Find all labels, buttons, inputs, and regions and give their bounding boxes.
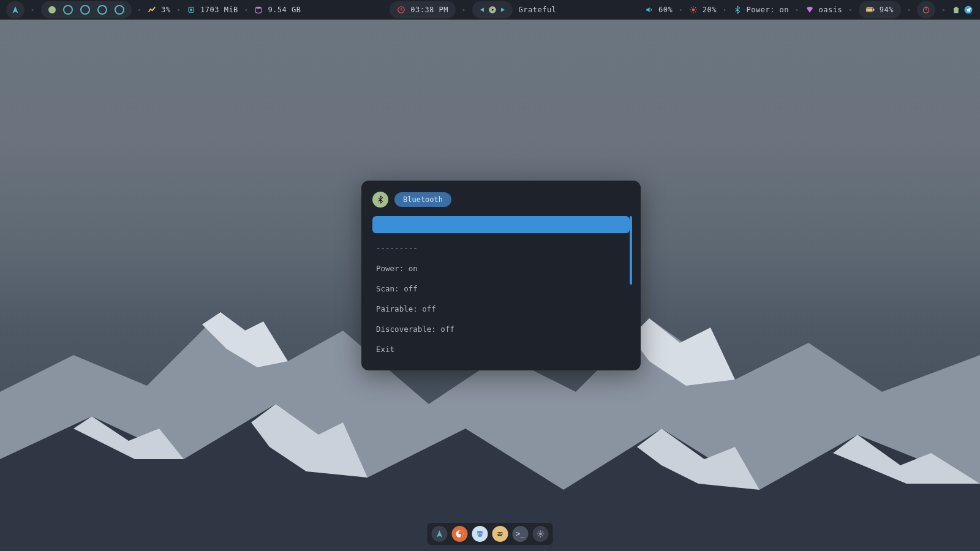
svg-line-13 xyxy=(695,7,696,8)
separator: • xyxy=(907,7,911,13)
svg-line-10 xyxy=(691,7,692,8)
status-bar: • • 3% • 1703 MiB • 9.54 GB 03:38 PM xyxy=(0,0,980,20)
bluetooth-entries: --------- Power: on Scan: off Pairable: … xyxy=(372,238,630,359)
volume-icon xyxy=(645,6,654,14)
svg-line-12 xyxy=(691,12,692,12)
list-item[interactable]: Pairable: off xyxy=(372,299,630,319)
workspace-switcher[interactable] xyxy=(41,1,132,18)
bluetooth-value: Power: on xyxy=(747,6,790,14)
power-button[interactable] xyxy=(917,1,935,18)
brightness-value: 20% xyxy=(703,6,717,14)
list-item[interactable]: Scan: off xyxy=(372,279,630,299)
wifi-widget[interactable]: oasis xyxy=(805,6,843,14)
cpu-value: 3% xyxy=(161,6,170,14)
disk-value: 9.54 GB xyxy=(268,6,301,14)
media-next-icon[interactable] xyxy=(499,6,508,14)
wifi-value: oasis xyxy=(819,6,843,14)
bluetooth-menu: Bluetooth --------- Power: on Scan: off … xyxy=(361,181,641,370)
cpu-widget[interactable]: 3% xyxy=(148,6,170,14)
clock-widget[interactable]: 03:38 PM xyxy=(390,1,456,18)
workspace-4[interactable] xyxy=(97,5,107,15)
dock-discord[interactable] xyxy=(472,526,488,542)
chip-icon xyxy=(187,6,195,14)
list-item[interactable]: Power: on xyxy=(372,258,630,279)
svg-point-2 xyxy=(256,7,262,9)
list-item[interactable]: Discoverable: off xyxy=(372,319,630,339)
svg-line-11 xyxy=(695,12,696,12)
media-controls xyxy=(472,1,513,18)
clock-value: 03:38 PM xyxy=(410,6,448,14)
separator: • xyxy=(462,7,466,13)
system-tray xyxy=(952,6,973,14)
workspace-3[interactable] xyxy=(80,5,90,15)
bluetooth-search-input[interactable] xyxy=(372,216,630,233)
svg-point-21 xyxy=(478,533,479,534)
separator: • xyxy=(795,7,799,13)
bluetooth-widget[interactable]: Power: on xyxy=(733,6,790,14)
separator: • xyxy=(31,7,35,13)
separator: • xyxy=(941,7,946,13)
bluetooth-icon xyxy=(733,6,742,14)
svg-rect-16 xyxy=(873,9,875,11)
dock: >_ xyxy=(428,523,553,545)
launcher-button[interactable] xyxy=(6,1,24,18)
separator: • xyxy=(848,7,853,13)
svg-rect-1 xyxy=(190,9,192,11)
svg-point-5 xyxy=(692,9,695,12)
svg-line-29 xyxy=(538,531,539,533)
svg-rect-15 xyxy=(867,9,872,12)
media-title[interactable]: Grateful xyxy=(519,6,557,14)
svg-point-22 xyxy=(480,533,481,534)
media-prev-icon[interactable] xyxy=(477,6,486,14)
svg-point-24 xyxy=(539,533,542,536)
telegram-icon[interactable] xyxy=(964,6,973,14)
brightness-widget[interactable]: 20% xyxy=(689,6,717,14)
brightness-icon xyxy=(689,6,698,14)
disk-icon xyxy=(254,6,263,14)
disk-widget[interactable]: 9.54 GB xyxy=(254,6,301,14)
separator: • xyxy=(679,7,683,13)
dock-spotify[interactable] xyxy=(492,526,508,542)
bluetooth-menu-title: Bluetooth xyxy=(394,192,451,207)
dock-arch[interactable] xyxy=(432,526,448,542)
battery-widget[interactable]: 94% xyxy=(859,1,901,18)
separator: • xyxy=(244,7,249,13)
battery-icon xyxy=(866,6,875,14)
svg-line-30 xyxy=(542,535,543,536)
list-item[interactable]: --------- xyxy=(372,238,630,258)
arch-logo-icon xyxy=(11,6,20,14)
svg-line-31 xyxy=(538,535,539,536)
trash-icon[interactable] xyxy=(952,6,960,14)
scrollbar[interactable] xyxy=(630,216,632,285)
chart-icon xyxy=(148,6,156,14)
battery-value: 94% xyxy=(880,6,894,14)
power-icon xyxy=(922,6,930,14)
workspace-1[interactable] xyxy=(48,6,56,13)
dock-settings[interactable] xyxy=(533,526,549,542)
separator: • xyxy=(138,7,142,13)
volume-value: 60% xyxy=(658,6,673,14)
svg-line-32 xyxy=(542,531,543,533)
bluetooth-badge-icon xyxy=(372,192,388,208)
separator: • xyxy=(723,7,727,13)
volume-widget[interactable]: 60% xyxy=(645,6,673,14)
workspace-2[interactable] xyxy=(63,5,73,15)
separator: • xyxy=(177,7,181,13)
wifi-icon xyxy=(805,6,814,14)
media-play-icon[interactable] xyxy=(488,6,497,14)
workspace-5[interactable] xyxy=(115,5,124,15)
list-item[interactable]: Exit xyxy=(372,339,630,359)
memory-widget[interactable]: 1703 MiB xyxy=(187,6,238,14)
dock-firefox[interactable] xyxy=(452,526,468,542)
memory-value: 1703 MiB xyxy=(200,6,238,14)
clock-icon xyxy=(397,6,405,14)
dock-terminal[interactable]: >_ xyxy=(513,526,529,542)
